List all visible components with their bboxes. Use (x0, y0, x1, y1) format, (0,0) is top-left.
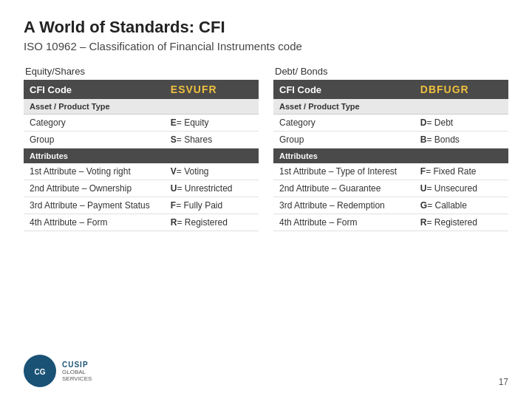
debt-group-label: Group (273, 132, 415, 149)
debt-attr3-letter: G (420, 200, 427, 211)
page-number: 17 (499, 377, 508, 387)
equity-asset-header-row: Asset / Product Type (24, 99, 259, 115)
equity-section: Equity/Shares CFI Code ESVUFR Asset / Pr… (24, 66, 259, 347)
equity-attr3-row: 3rd Attribute – Payment Status F= Fully … (24, 197, 259, 214)
debt-attr3-row: 3rd Attribute – Redemption G= Callable (273, 197, 508, 214)
debt-attr1-label: 1st Attribute – Type of Interest (273, 163, 415, 180)
equity-attr1-row: 1st Attribute – Voting right V= Voting (24, 163, 259, 180)
equity-group-value: S= Shares (165, 132, 259, 149)
debt-cfi-value: DBFUGR (415, 80, 508, 99)
equity-attr3-value: F= Fully Paid (165, 197, 259, 214)
cusip-logo-icon: CG (28, 359, 52, 383)
debt-section: Debt/ Bonds CFI Code DBFUGR Asset / Prod… (273, 66, 508, 347)
equity-group-text: = Shares (177, 134, 212, 145)
logo-cusip-text: CUSIP (62, 361, 92, 369)
equity-attr1-text: = Voting (177, 166, 209, 177)
equity-attr2-value: U= Unrestricted (165, 180, 259, 197)
equity-attr4-label: 4th Attribute – Form (24, 214, 165, 231)
debt-asset-header-row: Asset / Product Type (273, 99, 508, 115)
equity-category-label: Category (24, 115, 165, 132)
tables-row: Equity/Shares CFI Code ESVUFR Asset / Pr… (24, 66, 508, 347)
logo-area: CG CUSIP GLOBAL SERVICES (24, 355, 92, 387)
equity-section-header: Equity/Shares (24, 66, 259, 77)
equity-attr-header: Attributes (24, 149, 259, 164)
equity-category-text: = Equity (177, 117, 209, 128)
equity-attr3-text: = Fully Paid (176, 200, 222, 211)
debt-table: CFI Code DBFUGR Asset / Product Type Cat… (273, 80, 508, 231)
equity-attr1-value: V= Voting (165, 163, 259, 180)
equity-attr4-value: R= Registered (165, 214, 259, 231)
equity-group-letter: S (171, 134, 177, 145)
debt-attr-header: Attributes (273, 149, 508, 164)
debt-attr3-text: = Callable (427, 200, 467, 211)
equity-category-letter: E (171, 117, 177, 128)
debt-section-header: Debt/ Bonds (273, 66, 508, 77)
logo-services-text: SERVICES (62, 375, 92, 382)
logo-circle: CG (24, 355, 56, 387)
sub-title: ISO 10962 – Classification of Financial … (24, 40, 508, 52)
footer: CG CUSIP GLOBAL SERVICES 17 (24, 355, 508, 387)
equity-category-row: Category E= Equity (24, 115, 259, 132)
debt-group-row: Group B= Bonds (273, 132, 508, 149)
debt-attr2-text: = Unsecured (426, 183, 477, 194)
main-title: A World of Standards: CFI (24, 18, 508, 37)
debt-category-label: Category (273, 115, 415, 132)
equity-group-label: Group (24, 132, 165, 149)
debt-attr4-value: R= Registered (415, 214, 508, 231)
equity-attr2-label: 2nd Attribute – Ownership (24, 180, 165, 197)
debt-attr4-text: = Registered (426, 217, 477, 228)
debt-asset-header: Asset / Product Type (273, 99, 508, 115)
equity-category-value: E= Equity (165, 115, 259, 132)
equity-cfi-label: CFI Code (24, 80, 165, 99)
debt-attr2-label: 2nd Attribute – Guarantee (273, 180, 415, 197)
equity-attr4-row: 4th Attribute – Form R= Registered (24, 214, 259, 231)
debt-group-text: = Bonds (426, 134, 459, 145)
equity-group-row: Group S= Shares (24, 132, 259, 149)
debt-cfi-row: CFI Code DBFUGR (273, 80, 508, 99)
debt-attr4-row: 4th Attribute – Form R= Registered (273, 214, 508, 231)
equity-attr1-label: 1st Attribute – Voting right (24, 163, 165, 180)
logo-text-block: CUSIP GLOBAL SERVICES (62, 361, 92, 382)
svg-text:CG: CG (35, 368, 46, 376)
page: A World of Standards: CFI ISO 10962 – Cl… (0, 0, 532, 399)
debt-category-value: D= Debt (415, 115, 508, 132)
debt-cfi-label: CFI Code (273, 80, 415, 99)
equity-asset-header: Asset / Product Type (24, 99, 259, 115)
debt-attr3-value: G= Callable (415, 197, 508, 214)
equity-attr3-label: 3rd Attribute – Payment Status (24, 197, 165, 214)
debt-category-row: Category D= Debt (273, 115, 508, 132)
debt-category-text: = Debt (426, 117, 453, 128)
debt-attr1-row: 1st Attribute – Type of Interest F= Fixe… (273, 163, 508, 180)
logo-global-text: GLOBAL (62, 369, 92, 375)
equity-cfi-value: ESVUFR (165, 80, 259, 99)
equity-attr1-letter: V (171, 166, 177, 177)
equity-attr-header-row: Attributes (24, 149, 259, 164)
debt-attr3-label: 3rd Attribute – Redemption (273, 197, 415, 214)
equity-table: CFI Code ESVUFR Asset / Product Type Cat… (24, 80, 259, 231)
debt-attr2-value: U= Unsecured (415, 180, 508, 197)
debt-attr-header-row: Attributes (273, 149, 508, 164)
equity-cfi-row: CFI Code ESVUFR (24, 80, 259, 99)
debt-attr2-row: 2nd Attribute – Guarantee U= Unsecured (273, 180, 508, 197)
equity-attr2-row: 2nd Attribute – Ownership U= Unrestricte… (24, 180, 259, 197)
debt-attr1-text: = Fixed Rate (426, 166, 476, 177)
debt-attr1-value: F= Fixed Rate (415, 163, 508, 180)
debt-attr4-label: 4th Attribute – Form (273, 214, 415, 231)
equity-attr2-text: = Unrestricted (177, 183, 232, 194)
debt-group-value: B= Bonds (415, 132, 508, 149)
equity-attr4-text: = Registered (177, 217, 227, 228)
